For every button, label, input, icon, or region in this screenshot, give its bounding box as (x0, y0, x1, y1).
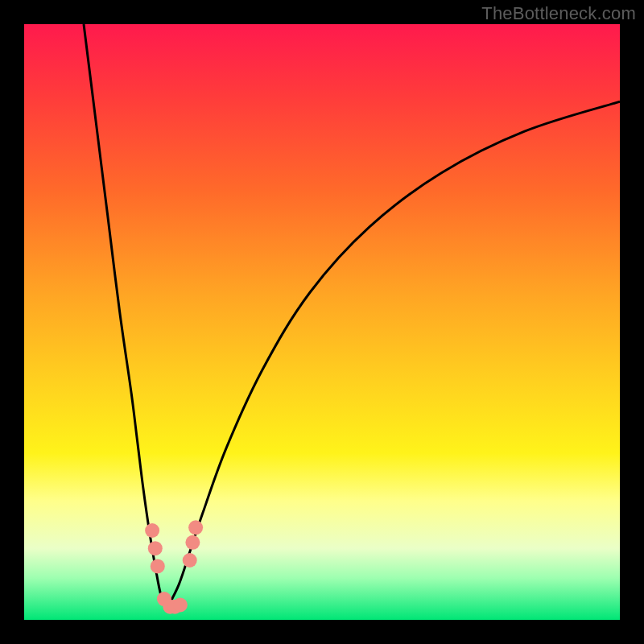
data-marker (148, 541, 163, 555)
data-marker (183, 553, 197, 568)
data-marker (173, 598, 188, 613)
watermark-text: TheBottleneck.com (481, 3, 636, 24)
curves-svg (24, 24, 620, 620)
curve-group (84, 24, 620, 608)
data-marker (151, 559, 165, 573)
right-branch-curve (167, 101, 620, 608)
data-marker (145, 523, 159, 538)
data-marker (185, 535, 200, 550)
marker-group (145, 520, 203, 613)
chart-frame: TheBottleneck.com (0, 0, 644, 644)
plot-area (24, 24, 620, 620)
data-marker (188, 520, 203, 535)
left-branch-curve (84, 24, 167, 608)
